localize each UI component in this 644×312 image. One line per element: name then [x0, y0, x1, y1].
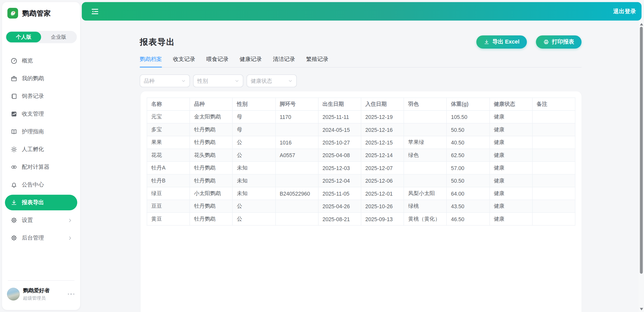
button-label: 导出 Excel [492, 38, 519, 46]
sidebar-item-label: 人工孵化 [22, 146, 44, 153]
printer-icon [543, 39, 549, 45]
export-excel-button[interactable]: 导出 Excel [476, 35, 527, 49]
sidebar-item-label: 配对计算器 [22, 163, 50, 171]
user-menu-button[interactable] [66, 292, 76, 297]
tab-health-records[interactable]: 健康记录 [240, 56, 262, 67]
logout-button[interactable]: 退出登录 [613, 8, 636, 15]
table-cell: 健康 [489, 187, 532, 200]
table-row[interactable]: 牡丹B牡丹鹦鹉未知2025-12-042025-12-0650.50健康 [147, 174, 575, 187]
sidebar-item-my-parrots[interactable]: 我的鹦鹉 [5, 71, 77, 87]
table-row[interactable]: 绿豆小太阳鹦鹉未知B2405229602025-11-052025-12-01凤… [147, 187, 575, 200]
download-icon [484, 39, 490, 45]
table-cell: 牡丹鹦鹉 [190, 123, 232, 136]
column-header: 健康状态 [489, 98, 532, 110]
table-row[interactable]: 牡丹A牡丹鹦鹉未知2025-12-032025-12-0757.00健康 [147, 161, 575, 174]
menu-fold-icon[interactable] [91, 8, 99, 15]
column-header: 备注 [532, 98, 575, 110]
table-cell: 多宝 [147, 123, 190, 136]
tab-breeding-records[interactable]: 繁殖记录 [306, 56, 328, 67]
table-cell [532, 213, 575, 225]
sidebar-nav: 概览我的鹦鹉饲养记录收支管理护理指南人工孵化配对计算器公告中心报表导出设置后台管… [2, 53, 80, 246]
sidebar-item-admin[interactable]: 后台管理 [5, 230, 77, 246]
table-cell [275, 213, 318, 225]
column-header: 入住日期 [361, 98, 404, 110]
sidebar-item-label: 饲养记录 [22, 93, 44, 100]
sidebar-item-settings[interactable]: 设置 [5, 212, 77, 228]
print-report-button[interactable]: 打印报表 [536, 35, 582, 49]
sidebar-item-announcements[interactable]: 公告中心 [5, 177, 77, 193]
table-cell: 2025-12-01 [361, 187, 404, 200]
select-placeholder: 健康状态 [251, 77, 272, 85]
column-header: 脚环号 [275, 98, 318, 110]
table-cell: 公 [232, 213, 275, 225]
table-cell: 金太阳鹦鹉 [190, 111, 232, 123]
scrollbar-thumb[interactable] [640, 27, 643, 274]
table-row[interactable]: 黄豆牡丹鹦鹉公2025-08-212025-09-13黄桃（黄化）46.50健康 [147, 213, 575, 225]
version-tab-personal[interactable]: 个人版 [6, 32, 41, 42]
table-cell: 牡丹鹦鹉 [190, 161, 232, 174]
table-row[interactable]: 豆豆牡丹鹦鹉公2025-04-262025-10-26绿桃43.50健康 [147, 200, 575, 213]
table-cell: 绿豆 [147, 187, 190, 200]
gender-filter-select[interactable]: 性别 [193, 74, 243, 87]
table-cell: 公 [232, 136, 275, 149]
sidebar-item-label: 我的鹦鹉 [22, 75, 44, 82]
sidebar-item-finance[interactable]: 收支管理 [5, 106, 77, 122]
table-cell: 苹果绿 [404, 136, 446, 149]
breed-filter-select[interactable]: 品种 [140, 74, 190, 87]
sidebar-item-label: 后台管理 [22, 234, 44, 242]
sidebar-item-incubation[interactable]: 人工孵化 [5, 142, 77, 157]
window-scrollbar[interactable] [639, 20, 644, 312]
health-status-filter-select[interactable]: 健康状态 [247, 74, 297, 87]
tab-parrot-archive[interactable]: 鹦鹉档案 [140, 56, 162, 67]
table-cell: 64.00 [447, 187, 489, 200]
table-cell [532, 149, 575, 161]
table-row[interactable]: 果果牡丹鹦鹉公10162025-10-272025-12-15苹果绿40.50健… [147, 136, 575, 149]
table-cell: B240522960 [275, 187, 318, 200]
sidebar-item-overview[interactable]: 概览 [5, 53, 77, 69]
table-cell [404, 123, 446, 136]
sidebar-item-label: 公告中心 [22, 181, 44, 189]
sun-icon [11, 146, 17, 153]
table-cell: 健康 [489, 174, 532, 187]
sidebar-item-care-guide[interactable]: 护理指南 [5, 124, 77, 140]
table-cell: A0557 [275, 149, 318, 161]
table-row[interactable]: 花花花头鹦鹉公A05572025-04-082025-12-14绿色62.50健… [147, 149, 575, 161]
table-cell: 元宝 [147, 111, 190, 123]
version-tab-enterprise[interactable]: 企业版 [41, 32, 76, 42]
table-cell: 健康 [489, 161, 532, 174]
filters-row: 品种性别健康状态 [140, 74, 297, 87]
table-cell: 2025-10-26 [361, 200, 404, 213]
app-title: 鹦鹉管家 [22, 8, 51, 18]
table-cell: 未知 [232, 174, 275, 187]
page-title: 报表导出 [140, 36, 175, 48]
sidebar-item-label: 报表导出 [22, 199, 44, 206]
table-cell [532, 200, 575, 213]
table-cell: 未知 [232, 187, 275, 200]
scroll-up-arrow-icon[interactable] [640, 23, 643, 26]
table-cell: 2025-12-06 [361, 174, 404, 187]
table-cell [532, 136, 575, 149]
page-head: 报表导出 导出 Excel打印报表 [140, 35, 582, 49]
report-tabs: 鹦鹉档案收支记录喂食记录健康记录清洁记录繁殖记录 [140, 56, 582, 68]
tab-feeding-records[interactable]: 喂食记录 [206, 56, 229, 67]
column-header: 出生日期 [318, 98, 361, 110]
sidebar-item-pairing-calculator[interactable]: 配对计算器 [5, 159, 77, 175]
table-cell: 果果 [147, 136, 190, 149]
tab-cleaning-records[interactable]: 清洁记录 [273, 56, 295, 67]
table-cell: 牡丹鹦鹉 [190, 200, 232, 213]
table-cell: 2025-12-07 [361, 161, 404, 174]
column-header: 羽色 [404, 98, 446, 110]
user-role: 超级管理员 [23, 295, 50, 301]
table-cell: 花头鹦鹉 [190, 149, 232, 161]
sidebar-item-report-export[interactable]: 报表导出 [5, 195, 77, 210]
tab-finance-records[interactable]: 收支记录 [173, 56, 195, 67]
chevron-down-icon [288, 79, 293, 83]
gear-icon [11, 217, 17, 223]
table-row[interactable]: 元宝金太阳鹦鹉母11702025-11-112025-12-19105.50健康 [147, 111, 575, 123]
table-cell: 2025-09-13 [361, 213, 404, 225]
scroll-down-arrow-icon[interactable] [640, 308, 643, 310]
sidebar-item-feeding-records[interactable]: 饲养记录 [5, 89, 77, 104]
table-cell: 健康 [489, 123, 532, 136]
table-cell [532, 187, 575, 200]
table-row[interactable]: 多宝牡丹鹦鹉母2024-05-152025-12-1650.50健康 [147, 123, 575, 136]
